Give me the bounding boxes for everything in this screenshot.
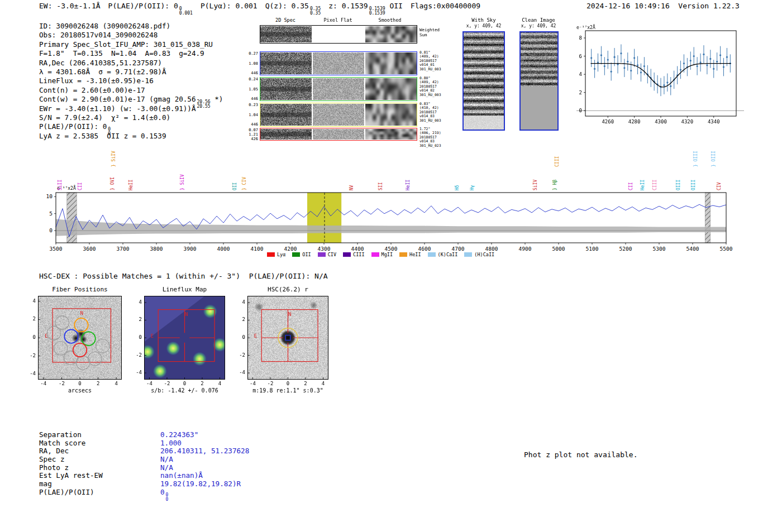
match-table-label: mag xyxy=(39,480,160,488)
with-sky-frame xyxy=(462,31,505,131)
data-point xyxy=(699,61,701,63)
svg-text:3600: 3600 xyxy=(83,246,96,252)
match-table-label: Photo z xyxy=(39,463,160,472)
match-table-label: Match score xyxy=(39,439,160,447)
legend-label: OII xyxy=(302,252,311,257)
line-label: HeII xyxy=(406,180,411,190)
line-label: } SiIV xyxy=(111,151,116,167)
lineflux-map-panel: Lineflux Map NE s/b: -1.42 +/- 0.076 -4-… xyxy=(127,285,246,399)
svg-text:4800: 4800 xyxy=(485,246,498,252)
match-table-label: RA, Dec xyxy=(39,447,160,455)
stacked-limits: 0.350.35 xyxy=(310,7,321,16)
clean-image-coords: x, y: 409, 42 xyxy=(516,23,561,28)
svg-text:8: 8 xyxy=(579,35,582,41)
line-label: SiIV xyxy=(533,180,538,190)
with-sky-coords: x, y: 409, 42 xyxy=(462,23,505,28)
spec2d-col-header: 2D Spec xyxy=(263,17,308,23)
hsc-cutout-xlabel: m:19.8 re:1.1" s:0.3" xyxy=(247,387,328,394)
match-table-label: Spec z xyxy=(39,455,160,463)
data-point xyxy=(697,65,698,67)
stacked-limits: 00.001 xyxy=(179,7,193,16)
x-tick-label: -2 xyxy=(264,381,277,386)
info-line: λ = 4301.68Å σ = 9.71(±2.98)Å xyxy=(39,68,223,76)
match-table-row: mag19.82(19.82,19.82)R xyxy=(39,480,249,488)
legend-item: Lyα xyxy=(267,252,285,257)
fiber-positions-overlay: NE xyxy=(38,296,122,380)
svg-text:5: 5 xyxy=(49,210,53,217)
line-label: Hγ xyxy=(470,185,475,190)
y-tick-label: 4 xyxy=(232,299,245,305)
legend-swatch xyxy=(464,252,472,257)
svg-text:4: 4 xyxy=(579,71,582,77)
north-label: N xyxy=(185,311,188,317)
svg-text:10: 10 xyxy=(46,193,53,199)
svg-text:4900: 4900 xyxy=(519,246,532,252)
match-table-row: Est LyA rest-EWnan(±nan)Å xyxy=(39,471,249,480)
spectrum-data xyxy=(56,193,726,243)
ghost-fiber xyxy=(88,352,102,365)
stacked-limits: 0.15390.1539 xyxy=(369,7,385,16)
ghost-fiber xyxy=(55,316,69,329)
weighted-fiber xyxy=(73,343,87,357)
y-tick-label: 0 xyxy=(128,334,142,340)
legend-swatch xyxy=(318,252,326,257)
spec2d-segment xyxy=(365,129,417,140)
emission-line-labels: SiIICII} OVI} SiIVHeII} SiIVOII} CIVNVSI… xyxy=(58,151,722,190)
line-label: HeII xyxy=(128,180,133,190)
y-tick-label: -2 xyxy=(128,352,142,358)
field-rect xyxy=(158,310,214,362)
spec2d-row xyxy=(260,128,417,141)
spec2d-row-weights: 0.071.21426 xyxy=(246,128,258,141)
svg-text:4700: 4700 xyxy=(452,246,465,252)
line-label: SiII xyxy=(58,180,63,190)
info-line: F=1.8" T=0.135 N=1.04 A=0.83 g=24.9 xyxy=(39,49,223,58)
x-tick-label: -4 xyxy=(37,381,50,386)
north-label: N xyxy=(80,310,83,316)
svg-text:4500: 4500 xyxy=(385,246,398,252)
svg-text:5000: 5000 xyxy=(552,246,565,252)
stacked-limits: 20.5620.55 xyxy=(197,100,211,109)
match-table-row: RA, Dec206.410311, 51.237628 xyxy=(39,447,249,455)
svg-text:5100: 5100 xyxy=(586,246,599,252)
line-fit-plot: 0246842604280430043204340e⁻¹⁷x2Å xyxy=(574,22,754,134)
y-tick-label: -2 xyxy=(22,353,36,358)
match-table-value: 000 xyxy=(160,488,168,496)
spec2d-segment xyxy=(365,104,417,126)
legend-label: (K)CaII xyxy=(438,252,458,257)
legend-swatch xyxy=(399,252,407,257)
data-point xyxy=(723,66,724,68)
svg-text:5400: 5400 xyxy=(686,246,699,252)
svg-text:4400: 4400 xyxy=(351,246,364,252)
info-line: LineFlux = -3.10(±0.95)e-16 xyxy=(39,76,223,85)
svg-text:e⁻¹⁷x2Å: e⁻¹⁷x2Å xyxy=(576,24,595,30)
spec2d-col-header: Pixel Flat xyxy=(316,17,360,23)
weighted-fiber xyxy=(64,329,78,343)
data-point xyxy=(640,71,642,73)
data-point xyxy=(620,52,622,54)
svg-text:4260: 4260 xyxy=(602,119,614,124)
data-point xyxy=(703,54,704,55)
legend-item: (H)CaII xyxy=(464,252,494,257)
data-point xyxy=(726,56,728,58)
svg-text:2: 2 xyxy=(579,90,582,95)
match-table-value: 206.410311, 51.237628 xyxy=(160,447,249,455)
data-point xyxy=(614,56,616,58)
svg-text:5200: 5200 xyxy=(619,246,632,252)
svg-text:0: 0 xyxy=(49,227,53,233)
data-point xyxy=(709,58,711,60)
svg-text:5500: 5500 xyxy=(720,246,733,252)
data-point xyxy=(607,59,609,60)
svg-text:0: 0 xyxy=(579,108,582,113)
spectrum-bands xyxy=(67,193,711,243)
field-rect xyxy=(53,309,111,362)
y-tick-label: 4 xyxy=(128,299,142,305)
axes-box xyxy=(56,193,726,243)
svg-text:4000: 4000 xyxy=(217,246,230,252)
info-line: ID: 3090026248 (3090026248.pdf) xyxy=(39,22,223,31)
info-line: EWr = -3.40(±1.10) (w: -3.00(±0.91))Å xyxy=(39,104,223,113)
spec2d-segment xyxy=(313,78,364,100)
x-tick-label: -2 xyxy=(160,381,174,386)
svg-text:4200: 4200 xyxy=(284,246,297,252)
legend-swatch xyxy=(343,252,351,257)
svg-text:6: 6 xyxy=(579,54,582,59)
